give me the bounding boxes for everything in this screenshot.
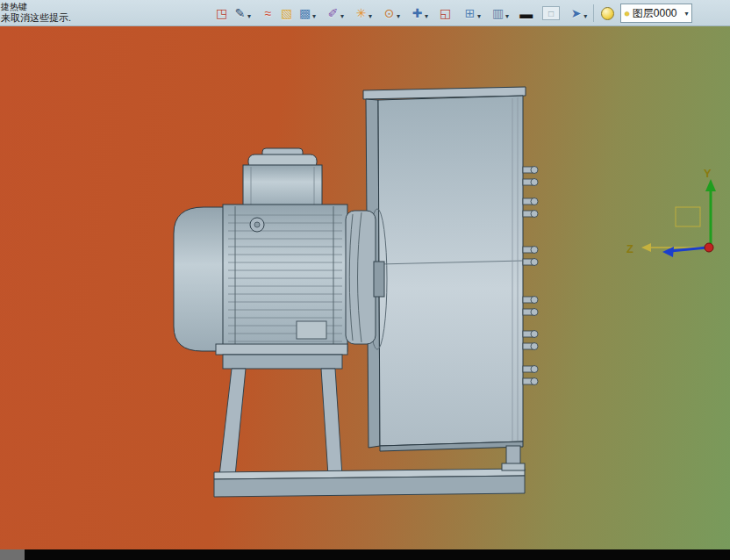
- pan-move-icon[interactable]: ✚: [409, 4, 426, 23]
- color-wheel-icon[interactable]: ✳: [353, 4, 369, 23]
- window-select-icon[interactable]: ◱: [437, 4, 454, 23]
- solid-box-icon[interactable]: ▩: [297, 4, 313, 23]
- hotkey-hint: 捷热键 来取消这些提示.: [1, 1, 71, 24]
- zoom-icon[interactable]: ⊙: [381, 4, 397, 23]
- line-width-icon[interactable]: ▬: [518, 4, 534, 23]
- chevron-down-icon[interactable]: ▾: [425, 12, 428, 20]
- chevron-down-icon[interactable]: ▾: [583, 12, 587, 20]
- axis-label-z: Z: [626, 242, 633, 255]
- chevron-down-icon[interactable]: ▾: [477, 12, 481, 20]
- viewport-3d[interactable]: Y Z: [0, 26, 730, 549]
- chevron-down-icon[interactable]: ▾: [369, 12, 372, 20]
- grid-frame-icon[interactable]: ⊞: [462, 4, 478, 23]
- chevron-down-icon[interactable]: ▾: [397, 12, 400, 20]
- top-toolbar: 捷热键 来取消这些提示. ◳ ✎ ▾ ≈ ▧ ▩ ▾ ✐ ▾ ✳ ▾ ⊙ ▾ ✚…: [0, 0, 730, 26]
- axis-label-y: Y: [704, 167, 712, 180]
- chevron-down-icon[interactable]: ▾: [247, 12, 251, 20]
- motor: [174, 148, 384, 351]
- display-mode-icon[interactable]: ▥: [490, 4, 506, 23]
- layer-color-icon: ●: [624, 8, 630, 18]
- orbit-view-icon[interactable]: ➤: [568, 4, 584, 23]
- chevron-down-icon[interactable]: ▾: [505, 12, 509, 20]
- style-pencil-icon[interactable]: ✐: [325, 4, 341, 23]
- hint-line-1: 捷热键: [1, 1, 71, 12]
- toolbar-icon-row: ◳ ✎ ▾ ≈ ▧ ▩ ▾ ✐ ▾ ✳ ▾ ⊙ ▾ ✚ ▾ ◱ ⊞ ▾ ▥ ▾ …: [212, 3, 692, 24]
- status-bar-left-segment: [0, 549, 25, 560]
- edit-pencil-icon[interactable]: ✎: [232, 4, 248, 23]
- layer-dropdown-value: 图层0000: [633, 6, 677, 21]
- model-3d-view: Y Z: [0, 26, 730, 549]
- fan-housing: [363, 87, 538, 451]
- hint-line-2: 来取消这些提示.: [1, 12, 71, 24]
- status-bar: [0, 549, 730, 560]
- layer-dropdown[interactable]: ● 图层0000 ▾: [620, 4, 691, 23]
- color-swatch-icon[interactable]: □: [542, 6, 560, 20]
- chevron-down-icon[interactable]: ▾: [312, 12, 316, 20]
- light-bulb-icon[interactable]: [601, 7, 614, 20]
- paste-format-icon[interactable]: ◳: [213, 4, 230, 23]
- spline-icon[interactable]: ≈: [260, 4, 276, 23]
- toolbar-separator: [593, 4, 594, 22]
- orientation-triad: Y Z: [626, 167, 716, 257]
- block-yellow-icon[interactable]: ▧: [278, 4, 295, 23]
- chevron-down-icon: ▾: [685, 10, 689, 18]
- chevron-down-icon[interactable]: ▾: [340, 12, 344, 20]
